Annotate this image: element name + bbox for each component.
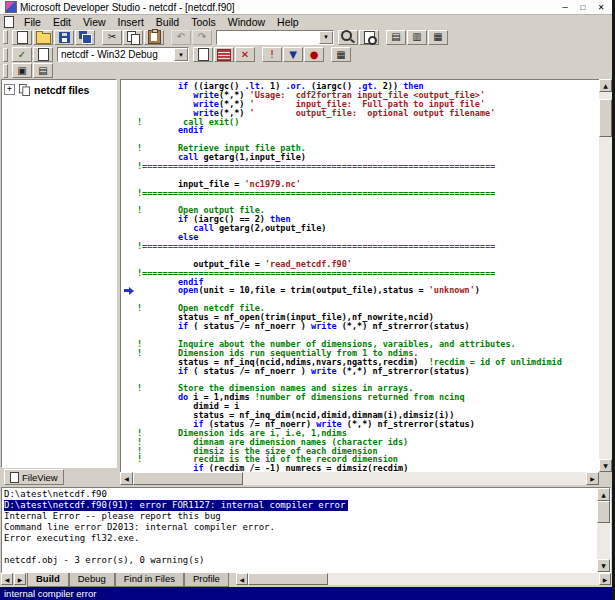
menu-item-build[interactable]: Build [150,16,185,28]
build-toolbar: ✓ netcdf - Win32 Debug ▼ ✕!▼●▦ [0,46,612,63]
output-hscroll-thumb[interactable] [248,573,328,585]
tab-debug[interactable]: Debug [69,573,115,587]
output-line[interactable]: Command line error D2013: internal compi… [4,522,597,533]
search-button[interactable] [338,30,358,45]
editor-hscrollbar[interactable]: ◀ ▶ [120,472,612,485]
menu-item-help[interactable]: Help [271,16,305,28]
menu-item-edit[interactable]: Edit [47,16,77,28]
compile-file-button[interactable] [33,47,53,62]
redo-button[interactable]: ↷ [192,30,212,45]
output-line[interactable]: netcdf.obj - 3 error(s), 0 warning(s) [4,555,597,566]
status-bar: internal compiler error [0,587,612,600]
scroll-up-icon[interactable]: ▲ [599,79,612,92]
code-line[interactable]: !=======================================… [137,162,599,171]
window-list-button[interactable]: ▦ [428,30,448,45]
code-line[interactable]: !=======================================… [137,269,599,278]
paste-button[interactable] [144,30,164,45]
scroll-left-icon[interactable]: ◀ [120,472,133,485]
menu-item-file[interactable]: File [18,16,47,28]
workspace-toggle-button[interactable]: ▤ [33,63,53,78]
configuration-combo[interactable]: netcdf - Win32 Debug ▼ [57,47,189,62]
stop-build-button[interactable]: ✕ [235,47,255,62]
output-vscroll-thumb[interactable] [597,501,610,523]
expand-icon[interactable]: + [4,84,15,95]
output-vscrollbar[interactable]: ▲ ▼ [597,488,610,572]
code-line[interactable]: if ( status /= nf_noerr ) write (*,*) nf… [137,322,599,331]
tab-build[interactable]: Build [27,573,69,587]
output-hscrollbar[interactable]: ◀ ▶ [236,573,611,585]
new-file-button[interactable] [12,30,32,45]
code-line[interactable]: !=======================================… [137,242,599,251]
menu-item-insert[interactable]: Insert [112,16,150,28]
fileview-icon [10,472,19,483]
editor-vscroll-track[interactable] [599,92,612,459]
tab-scroll-right-icon[interactable]: ▶ [14,573,26,585]
output-line[interactable]: Error executing fl32.exe. [4,533,597,544]
tab-scroll-left-icon[interactable]: ◀ [1,573,13,585]
output-line[interactable]: Internal Error -- please report this bug [4,511,597,522]
editor-hscroll-track[interactable] [133,472,586,485]
window-list-icon: ▦ [433,32,442,42]
document-icon[interactable] [4,16,14,28]
execute-button[interactable]: ! [262,47,282,62]
editor-vscroll-thumb[interactable] [599,99,612,137]
code-line[interactable]: if (recdim /= -1) numrecs = dimsiz(recdi… [137,464,599,472]
code-line[interactable]: endif [137,126,599,135]
go-button[interactable]: ▼ [283,47,303,62]
output-line[interactable]: D:\atest\netcdf.f90 [4,489,597,500]
project-settings-icon: ▦ [336,50,345,60]
tab-profile[interactable]: Profile [184,573,229,587]
dropdown-icon[interactable]: ▼ [319,31,333,44]
configuration-combo-value[interactable]: netcdf - Win32 Debug [58,49,174,60]
output-hscroll-track[interactable] [248,573,599,585]
toolbar-grip[interactable] [3,64,8,78]
code-line[interactable]: ! call exit() [137,118,599,127]
fullscreen-button[interactable]: ▣ [12,63,32,78]
code-line[interactable]: if ( status /= nf_noerr ) write (*,*) nf… [137,367,599,376]
tab-fileview[interactable]: FileView [4,469,64,485]
find-combo[interactable]: ▼ [216,30,334,45]
copy-button[interactable] [123,30,143,45]
cut-button[interactable]: ✂ [102,30,122,45]
toolbar-grip[interactable] [3,30,8,44]
close-button[interactable]: ✕ [592,1,610,13]
toolbar-grip[interactable] [3,48,8,62]
breakpoint-button[interactable]: ● [304,47,324,62]
minimize-button[interactable]: ─ [556,1,574,13]
tree-item-netcdf-files[interactable]: + netcdf files [4,83,114,96]
menu-item-window[interactable]: Window [222,16,271,28]
output-line-error[interactable]: D:\atest\netcdf.f90(91): error FOR1127: … [4,500,348,511]
workspace-pane-button[interactable]: ▤ [386,30,406,45]
dropdown-icon[interactable]: ▼ [174,48,188,61]
find-in-files-button[interactable] [359,30,379,45]
tab-find-in-files[interactable]: Find in Files [115,573,184,587]
search-icon [341,30,352,41]
code-line[interactable]: open(unit = 10,file = trim(output_file),… [137,286,599,295]
scroll-right-icon[interactable]: ▶ [599,573,611,585]
scroll-right-icon[interactable]: ▶ [586,472,599,485]
scroll-down-icon[interactable]: ▼ [599,459,612,472]
editor-hscroll-thumb[interactable] [133,472,243,485]
output-line[interactable] [4,544,597,555]
new-file-icon [17,31,28,44]
output-vscroll-track[interactable] [597,501,610,559]
project-settings-button[interactable]: ▦ [331,47,351,62]
check-syntax-button[interactable]: ✓ [12,47,32,62]
editor-vscrollbar[interactable]: ▲ ▼ [599,79,612,472]
build-button[interactable] [214,47,234,62]
code-line[interactable]: !=======================================… [137,189,599,198]
code-editor[interactable]: if ((iargc() .lt. 1) .or. (iargc() .gt. … [120,79,599,472]
open-button[interactable] [33,30,53,45]
compile-button[interactable] [193,47,213,62]
save-all-button[interactable] [75,30,95,45]
menu-item-view[interactable]: View [77,16,112,28]
maximize-button[interactable]: □ [574,1,592,13]
undo-button[interactable]: ↶ [171,30,191,45]
output-pane-button[interactable]: ▥ [407,30,427,45]
save-button[interactable] [54,30,74,45]
scroll-down-icon[interactable]: ▼ [597,559,610,572]
scroll-up-icon[interactable]: ▲ [597,488,610,501]
code-line[interactable]: call getarg(2,output_file) [137,224,599,233]
scroll-left-icon[interactable]: ◀ [236,573,248,585]
menu-item-tools[interactable]: Tools [185,16,222,28]
